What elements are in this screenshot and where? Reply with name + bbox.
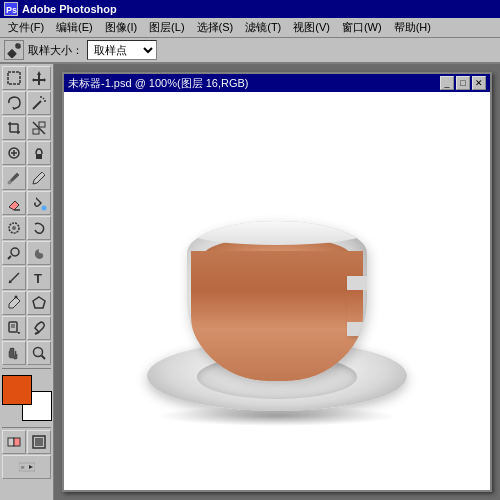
svg-rect-21 bbox=[36, 154, 42, 159]
svg-rect-43 bbox=[35, 438, 43, 446]
cup-handle bbox=[347, 276, 367, 336]
menu-help[interactable]: 帮助(H) bbox=[388, 19, 437, 36]
svg-rect-16 bbox=[39, 122, 45, 127]
app-icon: Ps bbox=[4, 2, 18, 16]
menu-window[interactable]: 窗口(W) bbox=[336, 19, 388, 36]
menu-bar: 文件(F) 编辑(E) 图像(I) 图层(L) 选择(S) 滤镜(T) 视图(V… bbox=[0, 18, 500, 38]
svg-rect-5 bbox=[8, 72, 20, 84]
cup-rim bbox=[189, 221, 365, 245]
svg-line-7 bbox=[33, 101, 41, 109]
svg-point-25 bbox=[42, 206, 47, 211]
maximize-button[interactable]: □ bbox=[456, 76, 470, 90]
dodge-tool[interactable] bbox=[2, 241, 26, 265]
tool-row-imageready: IR bbox=[2, 455, 51, 479]
stamp-tool[interactable] bbox=[27, 141, 51, 165]
svg-point-28 bbox=[11, 248, 19, 256]
menu-edit[interactable]: 编辑(E) bbox=[50, 19, 99, 36]
slice-tool[interactable] bbox=[27, 116, 51, 140]
close-button[interactable]: ✕ bbox=[472, 76, 486, 90]
svg-line-37 bbox=[35, 332, 39, 334]
svg-point-22 bbox=[8, 181, 12, 185]
menu-file[interactable]: 文件(F) bbox=[2, 19, 50, 36]
sample-size-label: 取样大小： bbox=[28, 43, 83, 58]
toolbar-divider-2 bbox=[2, 427, 51, 428]
quick-mask-mode[interactable] bbox=[2, 430, 26, 454]
eyedropper-tool-icon bbox=[4, 40, 24, 60]
tool-row-9: T bbox=[2, 266, 51, 290]
menu-layer[interactable]: 图层(L) bbox=[143, 19, 190, 36]
svg-point-32 bbox=[15, 296, 18, 299]
blur-tool[interactable] bbox=[2, 216, 26, 240]
eraser-tool[interactable] bbox=[2, 191, 26, 215]
sample-size-select[interactable]: 取样点 3x3平均 5x5平均 bbox=[87, 40, 157, 60]
cup-scene bbox=[137, 151, 417, 431]
svg-line-10 bbox=[43, 98, 44, 99]
menu-view[interactable]: 视图(V) bbox=[287, 19, 336, 36]
svg-text:IR: IR bbox=[21, 466, 25, 470]
svg-text:T: T bbox=[34, 271, 42, 286]
imageready-button[interactable]: IR bbox=[2, 455, 51, 479]
fill-tool[interactable] bbox=[27, 191, 51, 215]
svg-rect-41 bbox=[14, 438, 20, 446]
tool-row-modes bbox=[2, 430, 51, 454]
svg-line-39 bbox=[42, 356, 46, 360]
marquee-tool[interactable] bbox=[2, 66, 26, 90]
menu-filter[interactable]: 滤镜(T) bbox=[239, 19, 287, 36]
svg-marker-33 bbox=[33, 297, 45, 308]
svg-rect-40 bbox=[8, 438, 14, 446]
text-tool[interactable]: T bbox=[27, 266, 51, 290]
document-title-bar: 未标器-1.psd @ 100%(图层 16,RGB) _ □ ✕ bbox=[64, 74, 490, 92]
svg-point-27 bbox=[12, 226, 16, 230]
color-swatches[interactable] bbox=[2, 375, 52, 421]
svg-rect-3 bbox=[7, 49, 17, 58]
tool-row-2 bbox=[2, 91, 51, 115]
document-window: 未标器-1.psd @ 100%(图层 16,RGB) _ □ ✕ bbox=[62, 72, 492, 492]
main-area: T bbox=[0, 64, 500, 500]
toolbar: T bbox=[0, 64, 54, 500]
move-tool[interactable] bbox=[27, 66, 51, 90]
options-bar: 取样大小： 取样点 3x3平均 5x5平均 bbox=[0, 38, 500, 64]
cup-body bbox=[187, 221, 367, 381]
tool-row-8 bbox=[2, 241, 51, 265]
smudge-tool[interactable] bbox=[27, 216, 51, 240]
tool-row-11 bbox=[2, 316, 51, 340]
zoom-tool[interactable] bbox=[27, 341, 51, 365]
menu-select[interactable]: 选择(S) bbox=[191, 19, 240, 36]
svg-text:Ps: Ps bbox=[6, 5, 17, 15]
tool-row-6 bbox=[2, 191, 51, 215]
canvas-area bbox=[64, 92, 490, 490]
document-title: 未标器-1.psd @ 100%(图层 16,RGB) bbox=[68, 76, 249, 91]
workspace: 未标器-1.psd @ 100%(图层 16,RGB) _ □ ✕ bbox=[54, 64, 500, 500]
heal-tool[interactable] bbox=[2, 141, 26, 165]
menu-image[interactable]: 图像(I) bbox=[99, 19, 143, 36]
tool-row-4 bbox=[2, 141, 51, 165]
svg-line-29 bbox=[8, 256, 11, 259]
minimize-button[interactable]: _ bbox=[440, 76, 454, 90]
toolbar-divider bbox=[2, 368, 51, 369]
burn-tool[interactable] bbox=[27, 241, 51, 265]
tool-row-1 bbox=[2, 66, 51, 90]
svg-marker-6 bbox=[32, 71, 46, 85]
custom-shape-tool[interactable] bbox=[27, 291, 51, 315]
app-title: Adobe Photoshop bbox=[22, 3, 117, 15]
foreground-color-swatch[interactable] bbox=[2, 375, 32, 405]
svg-point-38 bbox=[34, 348, 43, 357]
crop-tool[interactable] bbox=[2, 116, 26, 140]
tool-row-5 bbox=[2, 166, 51, 190]
tea-fill bbox=[191, 251, 363, 381]
app-title-bar: Ps Adobe Photoshop bbox=[0, 0, 500, 18]
lasso-tool[interactable] bbox=[2, 91, 26, 115]
svg-rect-17 bbox=[33, 129, 39, 134]
eyedropper-tool[interactable] bbox=[27, 316, 51, 340]
screen-mode[interactable] bbox=[27, 430, 51, 454]
tool-row-3 bbox=[2, 116, 51, 140]
magic-wand-tool[interactable] bbox=[27, 91, 51, 115]
tool-row-7 bbox=[2, 216, 51, 240]
tool-row-10 bbox=[2, 291, 51, 315]
brush-tool[interactable] bbox=[2, 166, 26, 190]
hand-tool[interactable] bbox=[2, 341, 26, 365]
path-select-tool[interactable] bbox=[2, 266, 26, 290]
notes-tool[interactable] bbox=[2, 316, 26, 340]
pencil-tool[interactable] bbox=[27, 166, 51, 190]
pen-tool[interactable] bbox=[2, 291, 26, 315]
